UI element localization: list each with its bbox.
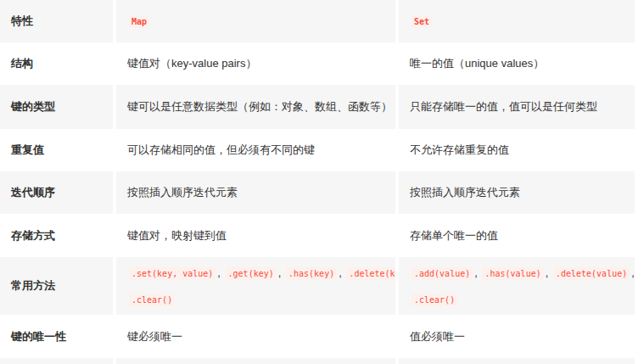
methods-line: .add(value), .has(value), .delete(value)… — [410, 260, 624, 287]
map-cell: 键必须唯一 — [116, 315, 395, 358]
inline-code: Set — [411, 15, 432, 28]
header-map: Map — [116, 0, 395, 42]
map-cell: 按照插入顺序迭代元素 — [116, 171, 395, 214]
inline-code: .clear() — [411, 294, 457, 306]
set-methods-cell: .add(value), .has(value), .delete(value)… — [399, 257, 635, 315]
partial-cell — [116, 358, 395, 364]
partial-cell — [0, 358, 113, 364]
feature-cell: 存储方式 — [0, 214, 113, 257]
table-row: 结构 键值对（key-value pairs） 唯一的值（unique valu… — [0, 42, 635, 85]
set-cell: 按照插入顺序迭代元素 — [399, 171, 635, 214]
inline-code: .delete(key) — [346, 267, 395, 280]
inline-code: .delete(value) — [553, 267, 630, 280]
inline-code: .clear() — [129, 294, 175, 306]
partial-cell — [399, 358, 635, 364]
methods-line: .clear() — [410, 287, 624, 313]
inline-code: .has(value) — [482, 267, 543, 280]
methods-line: .set(key, value), .get(key), .has(key), … — [127, 260, 384, 287]
methods-line: .clear() — [127, 287, 384, 313]
table-header-row: 特性 Map Set — [0, 0, 635, 42]
partial-next-row — [0, 358, 635, 364]
feature-cell: 迭代顺序 — [0, 171, 113, 214]
comparison-table: 特性 Map Set 结构 键值对（key-value pairs） 唯一的值（… — [0, 0, 635, 364]
inline-code: Map — [129, 15, 149, 28]
inline-code: .get(key) — [226, 267, 277, 280]
map-cell: 键可以是任意数据类型（例如：对象、数组、函数等） — [116, 85, 395, 129]
map-cell: 键值对，映射键到值 — [116, 214, 395, 257]
table-row: 键的唯一性 键必须唯一 值必须唯一 — [0, 315, 635, 358]
set-cell: 值必须唯一 — [399, 315, 635, 358]
set-cell: 唯一的值（unique values） — [399, 42, 635, 85]
feature-cell: 重复值 — [0, 129, 113, 171]
inline-code: .has(key) — [286, 267, 337, 280]
feature-cell: 常用方法 — [0, 257, 113, 315]
table-row: 重复值 可以存储相同的值，但必须有不同的键 不允许存储重复的值 — [0, 129, 635, 171]
feature-cell: 键的类型 — [0, 85, 113, 129]
feature-cell: 结构 — [0, 42, 113, 85]
header-feature: 特性 — [0, 0, 113, 42]
map-methods-cell: .set(key, value), .get(key), .has(key), … — [116, 257, 395, 315]
table-row: 键的类型 键可以是任意数据类型（例如：对象、数组、函数等） 只能存储唯一的值，值… — [0, 85, 635, 129]
map-cell: 键值对（key-value pairs） — [116, 42, 395, 85]
inline-code: .set(key, value) — [129, 267, 215, 280]
feature-cell: 键的唯一性 — [0, 315, 113, 358]
set-cell: 不允许存储重复的值 — [399, 129, 635, 171]
header-feature-label: 特性 — [11, 14, 33, 27]
header-set: Set — [399, 0, 635, 42]
table-row: 迭代顺序 按照插入顺序迭代元素 按照插入顺序迭代元素 — [0, 171, 635, 214]
set-cell: 只能存储唯一的值，值可以是任何类型 — [399, 85, 635, 129]
table-row: 常用方法 .set(key, value), .get(key), .has(k… — [0, 257, 635, 315]
set-cell: 存储单个唯一的值 — [399, 214, 635, 257]
map-cell: 可以存储相同的值，但必须有不同的键 — [116, 129, 395, 171]
table-row: 存储方式 键值对，映射键到值 存储单个唯一的值 — [0, 214, 635, 257]
inline-code: .add(value) — [411, 267, 473, 280]
